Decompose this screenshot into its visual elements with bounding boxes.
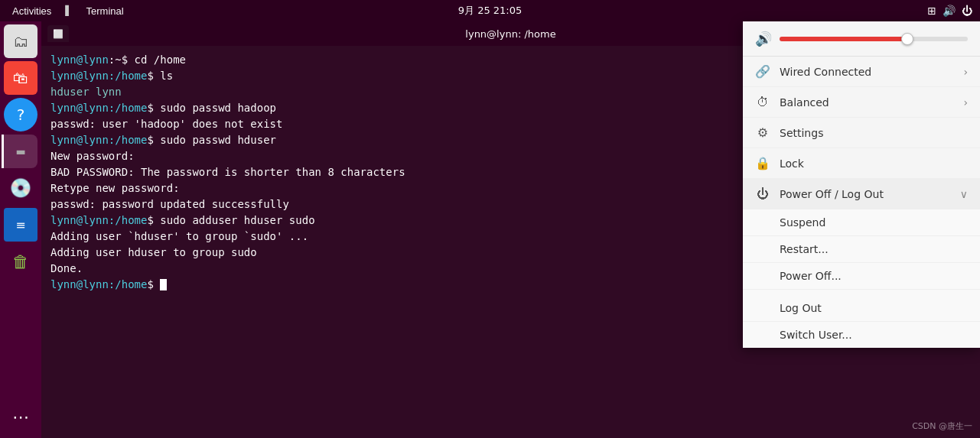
- network-icon[interactable]: ⊞: [927, 5, 936, 17]
- balanced-label: Balanced: [780, 96, 829, 109]
- volume-fill: [780, 37, 907, 41]
- watermark: CSDN @唐生一: [912, 420, 972, 432]
- menu-sub-item-restart[interactable]: Restart...: [743, 236, 980, 263]
- menu-item-balanced[interactable]: ⏱ Balanced ›: [743, 87, 980, 118]
- topbar: Activities ▌ Terminal 9月 25 21:05 ⊞ 🔊 ⏻: [0, 0, 980, 21]
- settings-label: Settings: [780, 127, 823, 139]
- poweroff-btn-label: Power Off...: [780, 270, 842, 282]
- volume-row: 🔊: [743, 21, 980, 57]
- activities-button[interactable]: Activities: [8, 4, 56, 18]
- balanced-arrow: ›: [963, 96, 968, 109]
- power-menu-icon: ⏻: [755, 187, 770, 201]
- wired-label: Wired Connected: [780, 66, 871, 78]
- sidebar-item-optical[interactable]: 💿: [4, 171, 37, 205]
- volume-icon[interactable]: 🔊: [943, 5, 956, 17]
- sidebar: 🗂 🛍 ? ▬ 💿 ≡ 🗑 ⋯: [0, 21, 41, 438]
- balanced-icon: ⏱: [755, 95, 770, 109]
- logout-label: Log Out: [780, 302, 822, 314]
- restart-label: Restart...: [780, 243, 829, 255]
- menu-sub-item-suspend[interactable]: Suspend: [743, 209, 980, 236]
- topbar-datetime: 9月 25 21:05: [458, 4, 523, 18]
- menu-sub-items: Suspend Restart... Power Off... Log Out …: [743, 209, 980, 348]
- system-menu: 🔊 🔗 Wired Connected › ⏱ Balanced › ⚙ Set…: [743, 21, 980, 348]
- sidebar-item-terminal[interactable]: ▬: [2, 135, 37, 168]
- menu-sub-item-switch-user[interactable]: Switch User...: [743, 322, 980, 348]
- sidebar-item-grid[interactable]: ⋯: [4, 400, 37, 433]
- menu-sub-item-logout[interactable]: Log Out: [743, 290, 980, 322]
- suspend-label: Suspend: [780, 216, 825, 229]
- sidebar-item-trash[interactable]: 🗑: [4, 245, 37, 278]
- settings-icon: ⚙: [755, 125, 770, 140]
- volume-thumb[interactable]: [901, 33, 913, 45]
- power-icon[interactable]: ⏻: [962, 5, 972, 17]
- sidebar-item-files[interactable]: 🗂: [4, 24, 37, 58]
- topbar-separator: ▌: [65, 5, 72, 16]
- lock-icon: 🔒: [755, 156, 770, 170]
- sidebar-item-help[interactable]: ?: [4, 98, 37, 131]
- wired-arrow: ›: [963, 66, 968, 78]
- poweroff-arrow: ∨: [960, 188, 968, 200]
- poweroff-label: Power Off / Log Out: [780, 188, 884, 200]
- sidebar-item-store[interactable]: 🛍: [4, 61, 37, 95]
- terminal-menu-button[interactable]: Terminal: [82, 4, 129, 18]
- wired-icon: 🔗: [755, 64, 770, 79]
- lock-label: Lock: [780, 157, 804, 170]
- terminal-cursor: [160, 279, 167, 290]
- volume-slider[interactable]: [780, 37, 968, 41]
- terminal-tab[interactable]: ⬜: [47, 25, 69, 42]
- menu-item-lock[interactable]: 🔒 Lock: [743, 148, 980, 179]
- sidebar-item-text[interactable]: ≡: [4, 208, 37, 242]
- menu-item-poweroff[interactable]: ⏻ Power Off / Log Out ∨: [743, 179, 980, 209]
- menu-sub-item-poweroff-btn[interactable]: Power Off...: [743, 263, 980, 290]
- topbar-right: ⊞ 🔊 ⏻: [927, 5, 972, 17]
- volume-menu-icon: 🔊: [755, 31, 772, 47]
- menu-item-settings[interactable]: ⚙ Settings: [743, 118, 980, 148]
- terminal-title: lynn@lynn: /home: [465, 28, 555, 40]
- topbar-left: Activities ▌ Terminal: [8, 4, 129, 18]
- switch-user-label: Switch User...: [780, 329, 852, 341]
- menu-item-wired[interactable]: 🔗 Wired Connected ›: [743, 57, 980, 87]
